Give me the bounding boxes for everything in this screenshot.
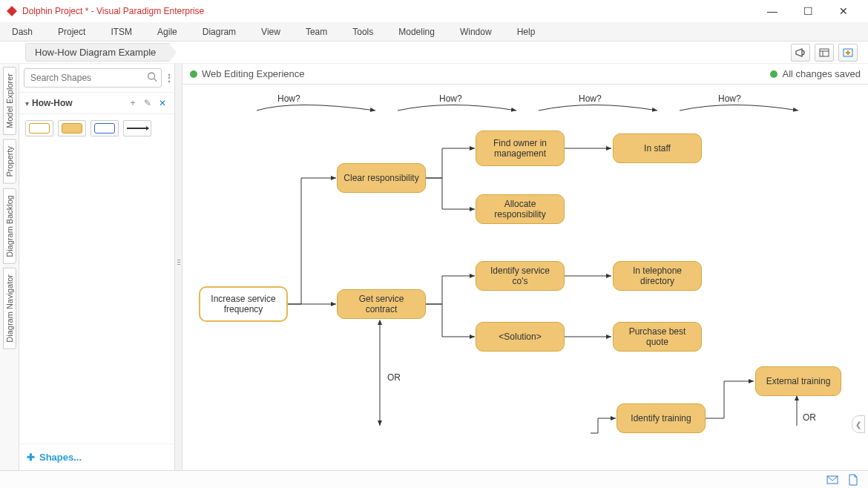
node-external-training[interactable]: External training <box>755 366 841 396</box>
palette-header[interactable]: ▾ How-How + ✎ ✕ <box>19 93 174 114</box>
side-tabs: Model Explorer Property Diagram Backlog … <box>0 64 19 470</box>
close-palette-icon[interactable]: ✕ <box>157 97 168 109</box>
shape-arrow[interactable] <box>123 120 151 136</box>
tab-diagram-backlog[interactable]: Diagram Backlog <box>3 188 16 264</box>
minimize-button[interactable]: — <box>761 0 783 22</box>
menu-team[interactable]: Team <box>301 24 332 39</box>
tab-label: Property <box>5 146 14 177</box>
node-solution-placeholder[interactable]: <Solution> <box>476 322 565 352</box>
node-in-telephone[interactable]: In telephone directory <box>613 261 702 291</box>
tab-model-explorer[interactable]: Model Explorer <box>3 67 16 135</box>
menu-project[interactable]: Project <box>53 24 90 39</box>
menu-agile[interactable]: Agile <box>153 24 182 39</box>
new-panel-icon[interactable] <box>838 44 858 62</box>
palette-body <box>19 114 174 142</box>
svg-rect-1 <box>820 49 829 56</box>
layout-icon[interactable] <box>815 44 834 62</box>
svg-line-8 <box>154 79 157 82</box>
svg-marker-0 <box>7 6 17 16</box>
how-label-1: How? <box>277 93 300 104</box>
menu-help[interactable]: Help <box>513 24 540 39</box>
announcement-icon[interactable] <box>791 44 810 62</box>
window-title: Dolphin Project * - Visual Paradigm Ente… <box>22 6 761 16</box>
shapes-link[interactable]: ✚ Shapes... <box>19 444 174 470</box>
document-icon[interactable] <box>847 474 859 486</box>
node-in-staff[interactable]: In staff <box>613 133 702 163</box>
menu-tools[interactable]: Tools <box>348 24 378 39</box>
how-label-2: How? <box>439 93 462 104</box>
breadcrumb-current[interactable]: How-How Diagram Example <box>25 43 170 62</box>
vertical-splitter[interactable] <box>175 64 183 470</box>
tab-diagram-navigator[interactable]: Diagram Navigator <box>3 268 16 349</box>
shape-solution[interactable] <box>58 120 86 136</box>
mail-icon[interactable] <box>826 474 838 486</box>
canvas-wrap: Web Editing Experience All changes saved <box>183 64 868 470</box>
node-identify-service[interactable]: Identify service co's <box>476 261 565 291</box>
how-label-3: How? <box>579 93 602 104</box>
shape-solution-alt[interactable] <box>91 120 119 136</box>
plus-icon: ✚ <box>27 452 35 463</box>
add-shape-icon[interactable]: + <box>127 97 139 109</box>
tab-property[interactable]: Property <box>3 139 16 184</box>
breadcrumb-bar: How-How Diagram Example <box>0 42 868 64</box>
shape-goal[interactable] <box>25 120 53 136</box>
main-area: Model Explorer Property Diagram Backlog … <box>0 64 868 470</box>
chevron-down-icon: ▾ <box>25 99 29 108</box>
menu-view[interactable]: View <box>257 24 285 39</box>
tab-label: Model Explorer <box>5 73 14 128</box>
shapes-link-label: Shapes... <box>39 452 82 463</box>
status-left: Web Editing Experience <box>202 68 305 79</box>
search-shapes-input[interactable] <box>24 68 162 88</box>
tab-label: Diagram Backlog <box>5 195 14 257</box>
canvas-status-bar: Web Editing Experience All changes saved <box>183 64 868 85</box>
menu-itsm[interactable]: ITSM <box>106 24 137 39</box>
or-label: OR <box>387 372 401 383</box>
node-clear-responsibility[interactable]: Clear responsibility <box>337 163 426 193</box>
close-button[interactable]: ✕ <box>832 0 855 22</box>
menu-modeling[interactable]: Modeling <box>394 24 439 39</box>
menu-dash[interactable]: Dash <box>7 24 37 39</box>
tab-label: Diagram Navigator <box>5 274 14 343</box>
node-find-owner[interactable]: Find owner in management <box>476 131 565 166</box>
svg-point-7 <box>148 73 155 79</box>
node-get-service[interactable]: Get service contract <box>337 289 426 319</box>
more-options-icon[interactable]: ⋮ <box>165 73 174 83</box>
status-right: All changes saved <box>782 68 861 79</box>
edit-shape-icon[interactable]: ✎ <box>142 97 154 109</box>
node-purchase-quote[interactable]: Purchase best quote <box>613 322 702 352</box>
node-identify-training[interactable]: Identify training <box>617 403 706 433</box>
node-allocate-responsibility[interactable]: Allocate responsibility <box>476 194 565 224</box>
palette-title: How-How <box>32 98 127 108</box>
menu-bar: Dash Project ITSM Agile Diagram View Tea… <box>0 22 868 42</box>
shape-palette-panel: ⋮ ▾ How-How + ✎ ✕ ✚ Shapes... <box>19 64 175 470</box>
menu-window[interactable]: Window <box>456 24 496 39</box>
app-logo-icon <box>6 5 18 17</box>
save-dot-icon <box>770 70 777 78</box>
collapse-right-panel-icon[interactable]: ❮ <box>852 415 865 433</box>
status-bar <box>0 470 868 488</box>
how-label-4: How? <box>718 93 741 104</box>
maximize-button[interactable]: ☐ <box>797 0 819 22</box>
status-dot-icon <box>190 70 197 78</box>
title-bar: Dolphin Project * - Visual Paradigm Ente… <box>0 0 868 22</box>
node-increase-service[interactable]: Increase service frequency <box>199 286 288 322</box>
or-label-2: OR <box>803 412 816 423</box>
search-icon[interactable] <box>147 72 157 85</box>
diagram-canvas[interactable]: How? How? How? How? OR OR Increase servi… <box>183 85 868 470</box>
menu-diagram[interactable]: Diagram <box>198 24 240 39</box>
